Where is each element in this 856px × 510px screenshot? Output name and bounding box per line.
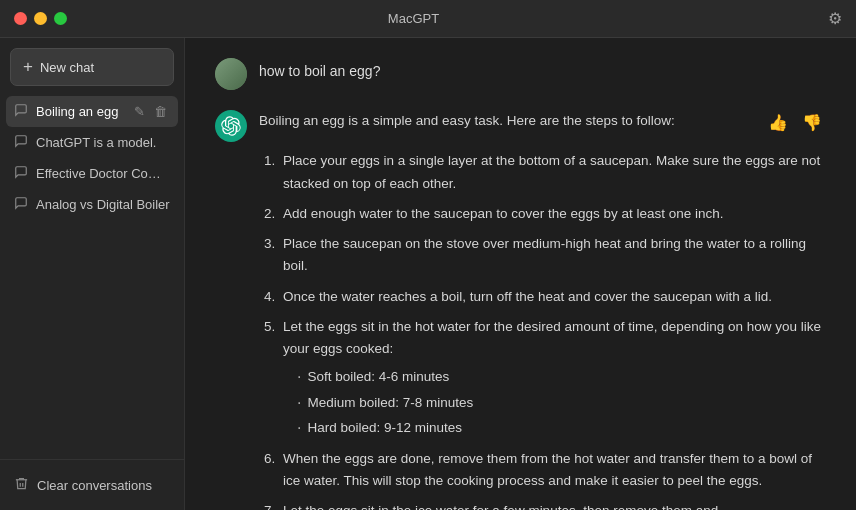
steps-list: Place your eggs in a single layer at the… bbox=[259, 150, 826, 510]
chat-icon bbox=[14, 103, 28, 120]
titlebar: MacGPT ⚙ bbox=[0, 0, 856, 38]
step-5: Let the eggs sit in the hot water for th… bbox=[279, 316, 826, 440]
chat-icon bbox=[14, 196, 28, 213]
egg-doneness-list: Soft boiled: 4-6 minutes Medium boiled: … bbox=[283, 366, 826, 439]
sidebar-item-label: Effective Doctor Communica… bbox=[36, 166, 170, 181]
gear-icon[interactable]: ⚙ bbox=[828, 9, 842, 28]
sidebar-item-analog-digital[interactable]: Analog vs Digital Boiler bbox=[6, 189, 178, 220]
sidebar-item-label: ChatGPT is a model. bbox=[36, 135, 170, 150]
sidebar-item-label: Boiling an egg bbox=[36, 104, 123, 119]
sidebar-bottom: Clear conversations bbox=[0, 459, 184, 510]
edit-icon[interactable]: ✎ bbox=[131, 103, 148, 120]
chat-icon bbox=[14, 165, 28, 182]
chat-icon bbox=[14, 134, 28, 151]
sidebar-item-effective-doctor[interactable]: Effective Doctor Communica… bbox=[6, 158, 178, 189]
sidebar-item-label: Analog vs Digital Boiler bbox=[36, 197, 170, 212]
user-avatar bbox=[215, 58, 247, 90]
step-4: Once the water reaches a boil, turn off … bbox=[279, 286, 826, 308]
assistant-content: Boiling an egg is a simple and easy task… bbox=[259, 110, 826, 510]
assistant-intro: Boiling an egg is a simple and easy task… bbox=[259, 110, 675, 132]
sidebar-list: Boiling an egg ✎ 🗑 ChatGPT is a model. bbox=[0, 92, 184, 459]
sidebar-top: + New chat bbox=[0, 38, 184, 92]
plus-icon: + bbox=[23, 57, 33, 77]
step-7: Let the eggs sit in the ice water for a … bbox=[279, 500, 826, 510]
delete-icon[interactable]: 🗑 bbox=[151, 103, 170, 120]
step-1: Place your eggs in a single layer at the… bbox=[279, 150, 826, 195]
clear-conversations-button[interactable]: Clear conversations bbox=[10, 470, 174, 500]
sidebar: + New chat Boiling an egg ✎ 🗑 bbox=[0, 38, 185, 510]
step-6: When the eggs are done, remove them from… bbox=[279, 448, 826, 493]
sidebar-item-actions: ✎ 🗑 bbox=[131, 103, 170, 120]
user-message-text: how to boil an egg? bbox=[259, 58, 380, 79]
hard-boiled: Hard boiled: 9-12 minutes bbox=[293, 417, 826, 439]
medium-boiled: Medium boiled: 7-8 minutes bbox=[293, 392, 826, 414]
user-message: how to boil an egg? bbox=[215, 58, 826, 90]
assistant-message: Boiling an egg is a simple and easy task… bbox=[215, 110, 826, 510]
chat-messages[interactable]: how to boil an egg? Boiling an egg is a … bbox=[185, 38, 856, 510]
new-chat-label: New chat bbox=[40, 60, 94, 75]
chat-area: how to boil an egg? Boiling an egg is a … bbox=[185, 38, 856, 510]
assistant-avatar bbox=[215, 110, 247, 142]
thumbs-down-button[interactable]: 👎 bbox=[798, 111, 826, 134]
sidebar-item-chatgpt-model[interactable]: ChatGPT is a model. bbox=[6, 127, 178, 158]
thumbs-up-button[interactable]: 👍 bbox=[764, 111, 792, 134]
step-2: Add enough water to the saucepan to cove… bbox=[279, 203, 826, 225]
assistant-text-header: Boiling an egg is a simple and easy task… bbox=[259, 110, 826, 142]
soft-boiled: Soft boiled: 4-6 minutes bbox=[293, 366, 826, 388]
app-title: MacGPT bbox=[0, 11, 828, 26]
main-layout: + New chat Boiling an egg ✎ 🗑 bbox=[0, 38, 856, 510]
avatar-image bbox=[215, 58, 247, 90]
feedback-icons: 👍 👎 bbox=[764, 110, 826, 134]
new-chat-button[interactable]: + New chat bbox=[10, 48, 174, 86]
clear-label: Clear conversations bbox=[37, 478, 152, 493]
step-3: Place the saucepan on the stove over med… bbox=[279, 233, 826, 278]
trash-icon bbox=[14, 476, 29, 494]
sidebar-item-boiling-an-egg[interactable]: Boiling an egg ✎ 🗑 bbox=[6, 96, 178, 127]
